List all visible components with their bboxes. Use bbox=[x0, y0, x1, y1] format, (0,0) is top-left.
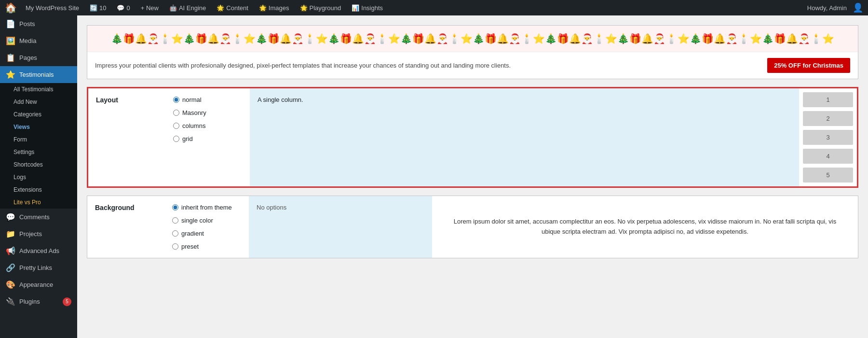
advanced-ads-icon: 📢 bbox=[6, 246, 15, 255]
background-section: Background inherit from theme single col… bbox=[87, 196, 858, 258]
submenu-settings[interactable]: Settings bbox=[0, 146, 77, 158]
images-icon: 🌟 bbox=[259, 4, 267, 12]
layout-option-grid[interactable]: grid bbox=[173, 135, 242, 142]
bg-option-inherit[interactable]: inherit from theme bbox=[172, 204, 241, 211]
background-radios: inherit from theme single color gradient… bbox=[164, 196, 249, 258]
sidebar-item-projects[interactable]: 📁 Projects bbox=[0, 225, 77, 242]
ai-engine-button[interactable]: 🤖 AI Engine bbox=[165, 2, 210, 14]
sidebar-item-plugins[interactable]: 🔌 Plugins 5 bbox=[0, 293, 77, 310]
howdy-label: Howdy, Admin bbox=[807, 4, 847, 12]
layout-option-columns[interactable]: columns bbox=[173, 122, 242, 129]
col-btn-1[interactable]: 1 bbox=[803, 92, 853, 107]
submenu-lite-vs-pro[interactable]: Lite vs Pro bbox=[0, 196, 77, 209]
sidebar-pretty-links-label: Pretty Links bbox=[19, 264, 52, 271]
comments-button[interactable]: 💬 0 bbox=[113, 2, 134, 14]
bg-option-single-color[interactable]: single color bbox=[172, 217, 241, 224]
col-btn-3[interactable]: 3 bbox=[803, 130, 853, 145]
layout-column-chooser: 1 2 3 4 5 bbox=[799, 88, 857, 186]
wp-logo[interactable]: 🏠 bbox=[5, 2, 17, 14]
bg-radio-gradient[interactable] bbox=[172, 230, 178, 237]
admin-avatar: 👤 bbox=[853, 2, 863, 13]
col-btn-4[interactable]: 4 bbox=[803, 149, 853, 164]
sidebar-item-comments[interactable]: 💬 Comments bbox=[0, 209, 77, 225]
background-preview: No options bbox=[249, 196, 432, 258]
ai-engine-icon: 🤖 bbox=[169, 4, 177, 12]
site-name[interactable]: My WordPress Site bbox=[22, 2, 83, 14]
sidebar-item-advanced-ads[interactable]: 📢 Advanced Ads bbox=[0, 242, 77, 259]
sidebar-comments-label: Comments bbox=[19, 213, 50, 221]
sidebar-item-pages[interactable]: 📋 Pages bbox=[0, 49, 77, 66]
layout-radio-masonry[interactable] bbox=[173, 110, 179, 116]
bg-option-preset[interactable]: preset bbox=[172, 243, 241, 250]
images-button[interactable]: 🌟 Images bbox=[255, 2, 293, 14]
submenu-shortcodes[interactable]: Shortcodes bbox=[0, 158, 77, 171]
promo-text: Impress your potential clients with prof… bbox=[95, 62, 760, 69]
new-button[interactable]: + New bbox=[137, 2, 163, 14]
submenu-extensions-label: Extensions bbox=[14, 186, 42, 193]
bg-option-gradient[interactable]: gradient bbox=[172, 230, 241, 237]
appearance-icon: 🎨 bbox=[6, 280, 15, 289]
sidebar-item-testimonials[interactable]: ⭐ Testimonials bbox=[0, 66, 77, 83]
submenu-views[interactable]: Views bbox=[0, 121, 77, 133]
playground-label: Playground bbox=[310, 4, 341, 12]
layout-masonry-label: Masonry bbox=[182, 109, 206, 116]
main-content: 🎄🎁🔔🎅🕯️⭐🎄🎁🔔🎅🕯️⭐🎄🎁🔔🎅🕯️⭐🎄🎁🔔🎅🕯️⭐🎄🎁🔔🎅🕯️⭐🎄🎁🔔🎅🕯… bbox=[77, 15, 868, 338]
layout-option-normal[interactable]: normal bbox=[173, 96, 242, 103]
bg-inherit-label: inherit from theme bbox=[181, 204, 232, 211]
promo-banner: 🎄🎁🔔🎅🕯️⭐🎄🎁🔔🎅🕯️⭐🎄🎁🔔🎅🕯️⭐🎄🎁🔔🎅🕯️⭐🎄🎁🔔🎅🕯️⭐🎄🎁🔔🎅🕯… bbox=[87, 25, 858, 79]
submenu-form[interactable]: Form bbox=[0, 133, 77, 146]
submenu-all-label: All Testimonials bbox=[14, 86, 53, 93]
layout-normal-label: normal bbox=[182, 96, 202, 103]
updates-button[interactable]: 🔄 10 bbox=[86, 2, 110, 14]
insights-label: Insights bbox=[361, 4, 383, 12]
sidebar-item-posts[interactable]: 📄 Posts bbox=[0, 15, 77, 32]
bg-single-color-label: single color bbox=[181, 217, 213, 224]
bg-radio-inherit[interactable] bbox=[172, 204, 178, 211]
content-icon: 🌟 bbox=[217, 4, 224, 12]
layout-option-masonry[interactable]: Masonry bbox=[173, 109, 242, 116]
content-label: Content bbox=[226, 4, 248, 12]
playground-button[interactable]: 🌟 Playground bbox=[296, 2, 345, 14]
sidebar-item-testimonials-label: Testimonials bbox=[19, 71, 54, 78]
images-label: Images bbox=[269, 4, 289, 12]
sidebar-item-media[interactable]: 🖼️ Media bbox=[0, 32, 77, 49]
sidebar-advanced-ads-label: Advanced Ads bbox=[19, 247, 59, 254]
plugins-badge: 5 bbox=[63, 297, 71, 306]
submenu-form-label: Form bbox=[14, 136, 27, 143]
posts-icon: 📄 bbox=[6, 19, 15, 28]
sidebar-projects-label: Projects bbox=[19, 230, 42, 238]
updates-icon: 🔄 bbox=[90, 4, 97, 12]
layout-grid-label: grid bbox=[182, 135, 193, 142]
layout-radio-grid[interactable] bbox=[173, 136, 179, 142]
layout-label: Layout bbox=[88, 88, 165, 186]
sidebar-appearance-label: Appearance bbox=[19, 281, 53, 288]
sidebar-plugins-label: Plugins bbox=[19, 298, 40, 305]
col-btn-5[interactable]: 5 bbox=[803, 168, 853, 183]
submenu-categories[interactable]: Categories bbox=[0, 108, 77, 121]
layout-radio-columns[interactable] bbox=[173, 123, 179, 129]
sidebar-item-appearance[interactable]: 🎨 Appearance bbox=[0, 276, 77, 293]
insights-button[interactable]: 📊 Insights bbox=[348, 2, 387, 14]
layout-radio-col: normal Masonry columns grid bbox=[165, 88, 250, 186]
christmas-strip: 🎄🎁🔔🎅🕯️⭐🎄🎁🔔🎅🕯️⭐🎄🎁🔔🎅🕯️⭐🎄🎁🔔🎅🕯️⭐🎄🎁🔔🎅🕯️⭐🎄🎁🔔🎅🕯… bbox=[87, 26, 858, 52]
background-label: Background bbox=[87, 196, 164, 258]
submenu-settings-label: Settings bbox=[14, 149, 34, 155]
submenu-all[interactable]: All Testimonials bbox=[0, 83, 77, 96]
comments-icon: 💬 bbox=[6, 212, 15, 222]
bg-preset-label: preset bbox=[181, 243, 199, 250]
content-button[interactable]: 🌟 Content bbox=[213, 2, 252, 14]
submenu-categories-label: Categories bbox=[14, 111, 41, 118]
no-options-text: No options bbox=[257, 204, 286, 211]
promo-button[interactable]: 25% OFF for Christmas bbox=[767, 58, 850, 73]
layout-radio-normal[interactable] bbox=[173, 97, 179, 103]
sidebar-item-pretty-links[interactable]: 🔗 Pretty Links bbox=[0, 259, 77, 276]
submenu-add-new[interactable]: Add New bbox=[0, 96, 77, 108]
submenu-logs[interactable]: Logs bbox=[0, 171, 77, 183]
bg-radio-single-color[interactable] bbox=[172, 217, 178, 224]
sidebar-item-media-label: Media bbox=[19, 37, 36, 44]
bg-radio-preset[interactable] bbox=[172, 243, 178, 250]
layout-preview: A single column. bbox=[250, 88, 799, 186]
submenu-extensions[interactable]: Extensions bbox=[0, 183, 77, 196]
admin-bar: 🏠 My WordPress Site 🔄 10 💬 0 + New 🤖 AI … bbox=[0, 0, 868, 15]
col-btn-2[interactable]: 2 bbox=[803, 111, 853, 126]
